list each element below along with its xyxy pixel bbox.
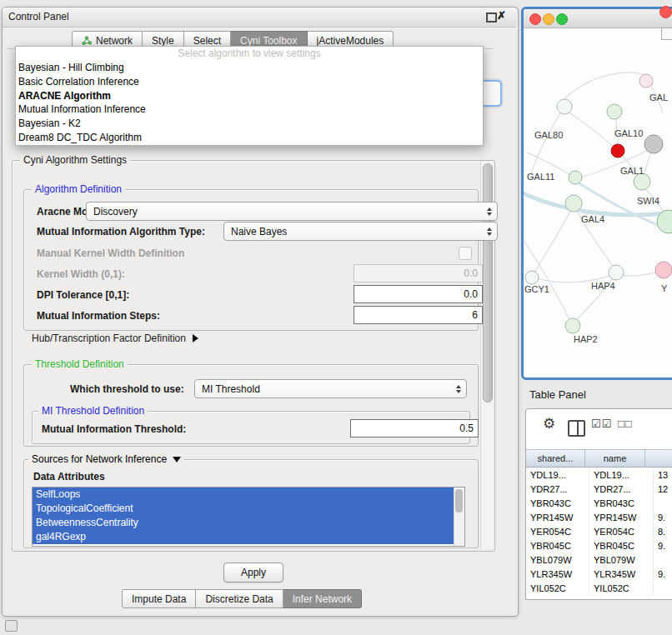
table-row[interactable]: YBL079W YBL079W <box>526 552 672 567</box>
cell-name: YBR045C <box>589 538 654 552</box>
algorithm-option[interactable]: Bayesian - Hill Climbing <box>16 61 483 75</box>
aracne-mode-value: Discovery <box>93 206 138 218</box>
network-node-pink-small[interactable] <box>639 74 653 88</box>
algorithm-combo-fragment[interactable] <box>482 80 502 107</box>
cell-value: 9. <box>654 538 672 552</box>
data-attributes-list[interactable]: SelfLoops TopologicalCoefficient Between… <box>32 487 465 547</box>
column-header-name[interactable]: name <box>585 449 645 468</box>
algorithm-option[interactable]: Dream8 DC_TDC Algorithm <box>16 131 483 145</box>
aracne-mode-select[interactable]: Discovery <box>86 202 498 221</box>
mi-algorithm-type-select[interactable]: Naive Bayes <box>223 222 498 241</box>
table-row[interactable]: YDL19... YDL19... 13 <box>526 468 672 482</box>
mi-threshold-input[interactable]: 0.5 <box>350 419 479 438</box>
list-scrollbar[interactable] <box>454 488 464 546</box>
hub-definition-label: Hub/Transcription Factor Definition <box>32 332 186 344</box>
list-item[interactable]: TopologicalCoefficient <box>33 502 454 516</box>
show-columns-icon[interactable] <box>568 420 585 437</box>
hub-definition-section[interactable]: Hub/Transcription Factor Definition <box>32 332 198 344</box>
settings-scrollbar-thumb[interactable] <box>483 163 493 402</box>
network-node-green-top[interactable] <box>607 104 622 119</box>
algorithm-option[interactable]: Basic Correlation Inference <box>16 75 483 89</box>
control-panel-titlebar[interactable] <box>3 8 516 28</box>
dpi-tolerance-input[interactable]: 0.0 <box>354 285 483 303</box>
network-icon <box>82 36 92 46</box>
node-label-hap4: HAP4 <box>591 281 615 291</box>
list-scrollbar-thumb[interactable] <box>455 489 463 512</box>
expand-arrow-icon[interactable] <box>193 334 198 342</box>
minimize-traffic-icon[interactable] <box>543 13 554 25</box>
list-item[interactable]: gal4RGexp <box>33 530 454 544</box>
which-threshold-select[interactable]: MI Threshold <box>194 379 467 398</box>
collapse-arrow-icon[interactable] <box>173 457 181 462</box>
table-row[interactable]: YIL052C YIL052C <box>526 581 672 595</box>
control-panel-title: Control Panel <box>8 11 69 22</box>
apply-button[interactable]: Apply <box>223 562 283 582</box>
node-label-gal11: GAL11 <box>527 172 554 182</box>
data-attributes-label: Data Attributes <box>33 471 105 482</box>
combo-arrows-icon <box>487 228 492 236</box>
network-node-hap2[interactable] <box>565 318 580 333</box>
cell-name: YIL052C <box>589 581 654 595</box>
network-node-gray[interactable] <box>644 135 663 153</box>
close-traffic-icon[interactable] <box>659 6 672 18</box>
algorithm-option[interactable]: Mutual Information Inference <box>16 102 483 117</box>
unselect-all-columns-icon[interactable]: □□ <box>618 418 633 429</box>
list-item[interactable]: BetweennessCentrality <box>33 516 454 530</box>
network-node-pink-right[interactable] <box>655 262 672 278</box>
dpi-tolerance-label: DPI Tolerance [0,1]: <box>37 289 129 301</box>
tab-impute-data-label: Impute Data <box>132 593 186 605</box>
desktop: Control Panel ✗ Network Style Select Cyn… <box>0 0 672 635</box>
table-row[interactable]: YBR043C YBR043C <box>526 496 672 510</box>
table-row[interactable]: YPR145W YPR145W 9. <box>526 510 672 524</box>
list-item[interactable]: SelfLoops <box>33 488 454 502</box>
algorithm-option[interactable]: Bayesian - K2 <box>16 117 483 131</box>
mi-steps-label: Mutual Information Steps: <box>37 310 160 322</box>
tab-discretize-data[interactable]: Discretize Data <box>196 589 283 608</box>
network-node-gal80[interactable] <box>557 99 572 114</box>
table-row[interactable]: YBR045C YBR045C 9. <box>526 538 672 552</box>
network-node-gcy1[interactable] <box>525 271 539 284</box>
network-node-hap4[interactable] <box>609 265 624 280</box>
column-header-partial[interactable] <box>645 449 672 468</box>
table-row[interactable]: YDR27... YDR27... 12 <box>526 482 672 496</box>
algorithm-dropdown-popup: Select algorithm to view settings Bayesi… <box>15 46 484 146</box>
sources-group-header[interactable]: Sources for Network Inference <box>28 453 184 465</box>
panel-restore-icon[interactable] <box>5 620 18 632</box>
close-icon[interactable]: ✗ <box>497 9 506 22</box>
scrollbar-button[interactable] <box>661 28 672 40</box>
cell-value <box>654 552 672 567</box>
cell-value: 13 <box>654 468 672 482</box>
combo-arrows-icon <box>456 385 461 393</box>
manual-kernel-width-checkbox[interactable] <box>459 247 472 260</box>
cell-shared-name: YDL19... <box>526 468 589 482</box>
network-node-gal1[interactable] <box>634 173 650 190</box>
table-row[interactable]: YLR345W YLR345W 9. <box>526 567 672 581</box>
tab-cyni-toolbox-label: Cyni Toolbox <box>240 35 297 47</box>
algorithm-option-selected[interactable]: ARACNE Algorithm <box>16 89 483 103</box>
mi-threshold-group-title: MI Threshold Definition <box>38 405 148 417</box>
tab-infer-network[interactable]: Infer Network <box>283 589 362 608</box>
tab-impute-data[interactable]: Impute Data <box>122 589 196 608</box>
close-traffic-icon[interactable] <box>529 13 541 25</box>
cyni-algorithm-settings-title: Cyni Algorithm Settings <box>20 154 130 166</box>
node-label-gal4: GAL4 <box>581 214 604 224</box>
table-panel-title: Table Panel <box>529 388 586 401</box>
kernel-width-input[interactable]: 0.0 <box>354 264 483 282</box>
zoom-traffic-icon[interactable] <box>556 13 568 25</box>
gear-icon[interactable]: ⚙ <box>543 417 555 431</box>
node-label-gal80: GAL80 <box>534 130 563 140</box>
float-window-icon[interactable] <box>486 12 497 22</box>
cell-shared-name: YDR27... <box>526 482 589 496</box>
network-node-gal11[interactable] <box>569 171 582 184</box>
network-canvas[interactable]: GAL80 GAL10 GAL11 GAL1 SWI4 GAL4 GCY1 HA… <box>524 28 672 372</box>
node-label-gal1: GAL1 <box>620 166 644 176</box>
network-edge <box>618 271 660 276</box>
network-node-gal4[interactable] <box>565 195 582 212</box>
mi-steps-input[interactable]: 6 <box>354 306 483 324</box>
cell-name: YBR043C <box>589 496 654 510</box>
network-node-red[interactable] <box>611 144 624 158</box>
table-row[interactable]: YER054C YER054C 8. <box>526 524 672 538</box>
select-all-columns-icon[interactable]: ☑☑ <box>591 418 612 429</box>
cell-shared-name: YLR345W <box>526 567 589 581</box>
column-header-shared-name[interactable]: shared... <box>526 449 585 468</box>
